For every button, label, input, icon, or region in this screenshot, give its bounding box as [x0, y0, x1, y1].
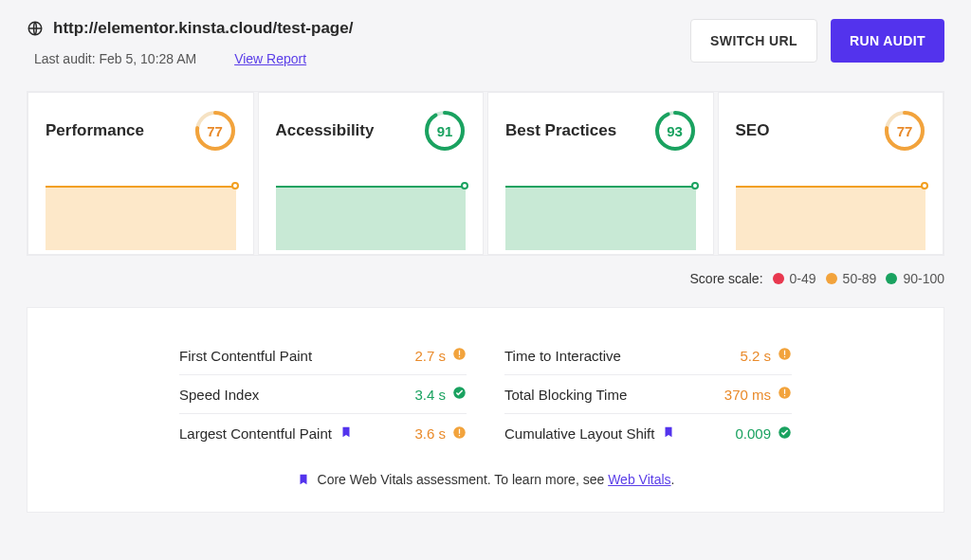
gauge-performance: 77 — [194, 110, 236, 152]
metric-value: 0.009 — [735, 425, 792, 443]
warn-icon — [778, 386, 792, 403]
gauge-score: 77 — [884, 110, 925, 152]
card-title: Performance — [46, 121, 144, 140]
dot-green-icon — [886, 273, 897, 284]
svg-rect-17 — [784, 351, 785, 355]
scorecard-seo[interactable]: SEO 77 — [718, 92, 944, 255]
metric-value: 3.6 s — [414, 425, 467, 443]
last-audit-label: Last audit: Feb 5, 10:28 AM — [34, 51, 196, 66]
gauge-score: 93 — [654, 110, 696, 152]
page-url: http://elementor.kinsta.cloud/test-page/ — [53, 19, 353, 38]
gauge-score: 77 — [194, 110, 236, 152]
url-row: http://elementor.kinsta.cloud/test-page/ — [27, 19, 690, 38]
metrics-panel: First Contentful Paint2.7 sSpeed Index3.… — [27, 307, 944, 513]
metric-row: First Contentful Paint2.7 s — [179, 336, 467, 375]
meta-row: Last audit: Feb 5, 10:28 AM View Report — [34, 51, 690, 66]
bookmark-icon — [662, 425, 675, 443]
metric-name: Speed Index — [179, 387, 259, 403]
metric-row: Largest Contentful Paint 3.6 s — [179, 414, 467, 453]
metrics-col-right: Time to Interactive5.2 sTotal Blocking T… — [504, 336, 792, 453]
check-icon — [778, 425, 792, 443]
scale-green: 90-100 — [886, 271, 944, 286]
scorecards: Performance 77 Accessibility 91 Best Pra… — [27, 91, 944, 256]
warn-icon — [778, 347, 792, 364]
globe-icon — [27, 20, 44, 37]
bookmark-icon — [339, 425, 353, 443]
card-title: Accessibility — [276, 121, 375, 140]
bookmark-icon — [297, 472, 310, 487]
card-title: Best Practices — [505, 121, 616, 140]
metric-value: 3.4 s — [414, 386, 467, 403]
svg-rect-11 — [459, 356, 460, 357]
run-audit-button[interactable]: RUN AUDIT — [831, 19, 944, 63]
vitals-note: Core Web Vitals assessment. To learn mor… — [179, 472, 792, 487]
gauge-score: 91 — [424, 110, 466, 152]
metric-name: Cumulative Layout Shift — [504, 425, 675, 443]
card-title: SEO — [736, 121, 770, 140]
svg-rect-10 — [459, 351, 460, 355]
svg-rect-20 — [784, 389, 785, 394]
vitals-text: Core Web Vitals assessment. To learn mor… — [318, 472, 609, 487]
gauge-accessibility: 91 — [424, 110, 466, 152]
metric-row: Time to Interactive5.2 s — [504, 336, 792, 375]
scale-orange: 50-89 — [826, 271, 877, 286]
sparkline — [276, 186, 467, 254]
svg-rect-18 — [784, 356, 785, 357]
metric-row: Cumulative Layout Shift 0.009 — [504, 414, 792, 453]
sparkline — [736, 186, 926, 254]
metric-name: Total Blocking Time — [504, 387, 627, 403]
svg-rect-15 — [459, 435, 460, 436]
header-actions: SWITCH URL RUN AUDIT — [690, 19, 944, 63]
vitals-suffix: . — [671, 472, 675, 487]
sparkline — [505, 186, 696, 254]
metric-value: 5.2 s — [740, 347, 792, 364]
check-icon — [452, 386, 467, 403]
view-report-link[interactable]: View Report — [234, 51, 306, 66]
dot-orange-icon — [826, 273, 837, 284]
header-left: http://elementor.kinsta.cloud/test-page/… — [27, 19, 690, 66]
score-scale: Score scale: 0-49 50-89 90-100 — [27, 271, 944, 286]
metric-value: 2.7 s — [414, 347, 467, 364]
svg-rect-21 — [784, 395, 785, 396]
svg-rect-14 — [459, 428, 460, 433]
switch-url-button[interactable]: SWITCH URL — [690, 19, 817, 63]
warn-icon — [452, 425, 467, 443]
metric-row: Total Blocking Time370 ms — [504, 375, 792, 414]
sparkline — [46, 186, 236, 254]
metric-name: First Contentful Paint — [179, 348, 312, 364]
scale-label: Score scale: — [690, 271, 763, 286]
warn-icon — [452, 347, 467, 364]
web-vitals-link[interactable]: Web Vitals — [608, 472, 670, 487]
metric-row: Speed Index3.4 s — [179, 375, 467, 414]
metric-value: 370 ms — [724, 386, 792, 403]
gauge-seo: 77 — [884, 110, 925, 152]
scorecard-accessibility[interactable]: Accessibility 91 — [258, 92, 485, 255]
header: http://elementor.kinsta.cloud/test-page/… — [27, 19, 944, 66]
scorecard-performance[interactable]: Performance 77 — [27, 92, 254, 255]
scorecard-best-practices[interactable]: Best Practices 93 — [487, 92, 714, 255]
metric-name: Time to Interactive — [504, 348, 621, 364]
metric-name: Largest Contentful Paint — [179, 425, 353, 443]
scale-red: 0-49 — [773, 271, 816, 286]
dot-red-icon — [773, 273, 784, 284]
metrics-col-left: First Contentful Paint2.7 sSpeed Index3.… — [179, 336, 467, 453]
gauge-best-practices: 93 — [654, 110, 696, 152]
